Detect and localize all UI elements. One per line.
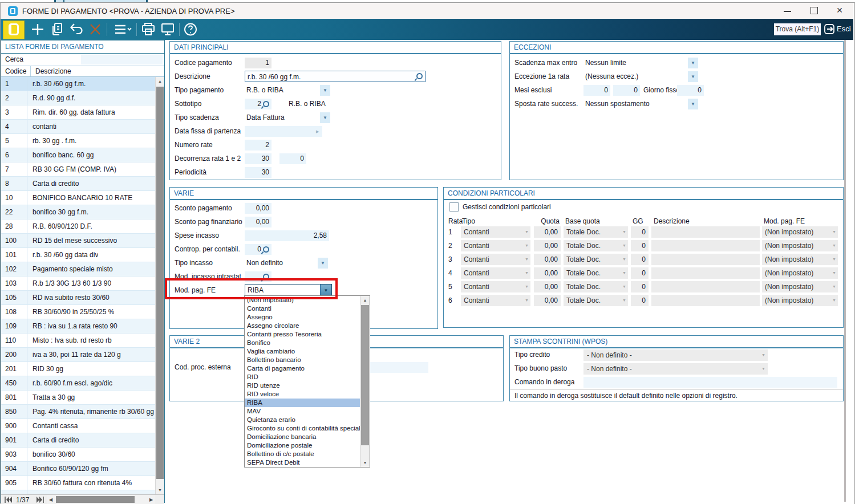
- gestisci-checkbox[interactable]: [449, 202, 459, 212]
- column-header-descrizione[interactable]: Descrizione: [31, 66, 71, 76]
- dropdown-option[interactable]: Vaglia cambiario: [245, 347, 360, 356]
- list-item[interactable]: 22bonifico 30 gg f.m.: [1, 205, 155, 220]
- copy-record-button[interactable]: [49, 22, 65, 37]
- app-menu-button[interactable]: [3, 21, 25, 39]
- print-button[interactable]: [140, 22, 156, 37]
- dropdown-option[interactable]: Assegno circolare: [245, 322, 360, 330]
- list-item[interactable]: 905RB 30/60 fattura con ritenuta 4%: [1, 476, 155, 490]
- dropdown-option[interactable]: Domiciliazione bancaria: [245, 433, 360, 441]
- esci-label[interactable]: Esci: [837, 25, 851, 33]
- dropdown-option[interactable]: Assegno: [245, 313, 360, 322]
- maximize-button[interactable]: [807, 6, 821, 16]
- tipo-pagamento-dropdown[interactable]: ▼: [320, 85, 330, 96]
- dropdown-option[interactable]: Bollettino di c/c postale: [245, 450, 360, 458]
- list-item[interactable]: 850Pag. 4% ritenuta, rimanente rb 30/60 …: [1, 405, 155, 419]
- list-item[interactable]: 101r.b. 30 /60 gg data div: [1, 248, 155, 262]
- menu-button[interactable]: [112, 22, 133, 37]
- list-item[interactable]: 900Contanti cassa: [1, 419, 155, 433]
- search-input[interactable]: [81, 55, 163, 64]
- list-item[interactable]: 10BONIFICO BANCARIO 10 RATE: [1, 191, 155, 205]
- list-item[interactable]: 110Misto : Iva sub. rd resto rb: [1, 334, 155, 348]
- scroll-up-icon[interactable]: ▲: [156, 77, 164, 86]
- list-item[interactable]: 450r.b. 60/90 f.m escl. ago/dic: [1, 376, 155, 391]
- list-item[interactable]: 903bonifico 30/60: [1, 448, 155, 462]
- first-record-button[interactable]: [5, 497, 12, 503]
- list-item[interactable]: 2R.d. 90 gg d.f.: [1, 91, 155, 105]
- dropdown-option[interactable]: Contanti presso Tesoreria: [245, 330, 360, 339]
- list-item[interactable]: 901Carta di credito: [1, 433, 155, 448]
- list-item[interactable]: 200iva a 30, poi 11 rate da 120 g: [1, 348, 155, 362]
- list-item[interactable]: [1, 490, 155, 494]
- delete-button[interactable]: [87, 22, 103, 37]
- list-item[interactable]: 109RB : iva su 1.a rata resto 90: [1, 319, 155, 334]
- dropdown-option[interactable]: RID utenze: [245, 381, 360, 390]
- mesi-esclusi-2-field[interactable]: 0: [613, 85, 640, 96]
- dropdown-option[interactable]: SEPA Direct Debit: [245, 458, 360, 467]
- dropdown-option[interactable]: Quietanza erario: [245, 416, 360, 424]
- scadenza-max-dropdown[interactable]: ▼: [688, 58, 698, 68]
- popup-scrollbar[interactable]: ▲ ▼: [360, 296, 370, 467]
- comando-deroga-field[interactable]: [583, 377, 837, 388]
- list-item[interactable]: 6bonifico banc. 60 gg: [1, 148, 155, 162]
- descrizione-input[interactable]: r.b. 30 /60 gg f.m.: [245, 71, 426, 82]
- dropdown-option[interactable]: (Non impostato): [245, 296, 360, 304]
- giorno-fisso-field[interactable]: 0: [677, 85, 704, 96]
- numero-rate-field[interactable]: 2: [245, 140, 272, 151]
- sconto-finanziario-field[interactable]: 0,00: [245, 217, 272, 227]
- list-item[interactable]: 102Pagamento speciale misto: [1, 262, 155, 277]
- last-record-button[interactable]: [37, 497, 44, 503]
- dropdown-option[interactable]: Bollettino bancario: [245, 356, 360, 364]
- mod-pag-fe-dropdown[interactable]: ▼: [320, 284, 331, 296]
- list-item[interactable]: 904Bonifico 60/90/120 gg fm: [1, 462, 155, 476]
- preview-button[interactable]: [160, 22, 176, 37]
- close-button[interactable]: ×: [832, 4, 848, 17]
- list-item[interactable]: 3Rim. dir. 60 gg. data fattura: [1, 105, 155, 120]
- periodicita-field[interactable]: 30: [245, 167, 272, 178]
- list-item[interactable]: 100RD 15 del mese successivo: [1, 234, 155, 248]
- search-icon[interactable]: [416, 73, 423, 79]
- list-horizontal-scrollbar[interactable]: ◀ ▶: [47, 495, 155, 504]
- list-item[interactable]: 103R.b 1/3 30G 1/3 60 1/3 90: [1, 277, 155, 291]
- scroll-right-icon[interactable]: ▶: [147, 495, 155, 504]
- dropdown-option[interactable]: RID: [245, 373, 360, 381]
- list-item[interactable]: 108RB 30/60/90 in 25/50/25 %: [1, 305, 155, 319]
- scroll-down-icon[interactable]: ▼: [360, 458, 370, 467]
- sconto-pagamento-field[interactable]: 0,00: [245, 203, 272, 214]
- list-item[interactable]: 801Tratta a 30 gg: [1, 391, 155, 405]
- undo-button[interactable]: [68, 22, 84, 37]
- scrollbar-thumb[interactable]: [156, 87, 164, 479]
- dropdown-option[interactable]: RIBA: [245, 399, 360, 407]
- dropdown-option[interactable]: Contanti: [245, 304, 360, 313]
- dropdown-option[interactable]: RID veloce: [245, 390, 360, 399]
- list-vertical-scrollbar[interactable]: ▲ ▼: [155, 77, 164, 494]
- search-icon[interactable]: [263, 274, 269, 280]
- list-item[interactable]: 7RB 30 GG FM (COMP. IVA): [1, 162, 155, 177]
- tipo-scadenza-dropdown[interactable]: ▼: [320, 112, 330, 123]
- dropdown-option[interactable]: Giroconto su conti di contabilità specia…: [245, 424, 360, 433]
- scroll-down-icon[interactable]: ▼: [156, 486, 164, 494]
- dropdown-option[interactable]: Bonifico: [245, 339, 360, 347]
- column-header-codice[interactable]: Codice: [1, 66, 31, 76]
- scroll-up-icon[interactable]: ▲: [360, 296, 370, 304]
- list-item[interactable]: 105RD iva subito resto 30/60: [1, 291, 155, 305]
- esci-button[interactable]: [824, 23, 835, 35]
- minimize-button[interactable]: [780, 6, 795, 16]
- list-item[interactable]: 1r.b. 30 /60 gg f.m.: [1, 77, 155, 91]
- trova-shortcut[interactable]: Trova (Alt+F1): [774, 23, 821, 35]
- decorrenza-rata1-field[interactable]: 30: [245, 153, 272, 164]
- scroll-left-icon[interactable]: ◀: [47, 495, 55, 504]
- dropdown-option[interactable]: Domiciliazione postale: [245, 441, 360, 450]
- spese-incasso-field[interactable]: 2,58: [245, 230, 329, 241]
- dropdown-option[interactable]: Carta di pagamento: [245, 364, 360, 373]
- search-icon[interactable]: [263, 246, 269, 253]
- new-record-button[interactable]: [30, 22, 46, 37]
- list-item[interactable]: 5rb. 30 gg . f.m.: [1, 134, 155, 148]
- data-fissa-field[interactable]: [245, 126, 322, 137]
- help-button[interactable]: [183, 22, 198, 37]
- mesi-esclusi-1-field[interactable]: 0: [583, 85, 610, 96]
- h-scrollbar-thumb[interactable]: [56, 496, 135, 503]
- decorrenza-rata2-field[interactable]: 0: [279, 153, 306, 164]
- eccezione-rata-dropdown[interactable]: ▼: [688, 71, 698, 82]
- expand-arrow-icon[interactable]: ▶: [316, 126, 319, 137]
- dropdown-option[interactable]: MAV: [245, 407, 360, 416]
